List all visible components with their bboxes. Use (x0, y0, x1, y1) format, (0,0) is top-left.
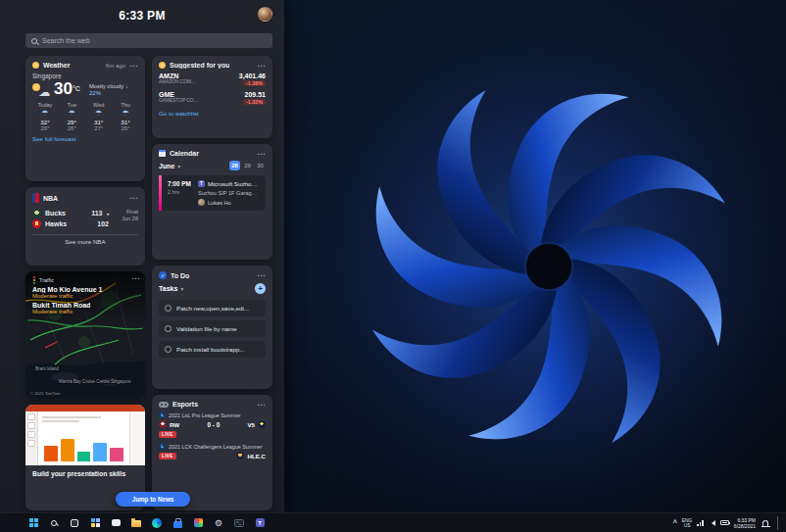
road-name: Bukit Timah Road (32, 302, 138, 309)
weather-widget[interactable]: Weather 6m ago ⋯ Singapore ☁ 30°C Mostly… (25, 56, 145, 181)
rain-icon: ☂ (113, 109, 138, 118)
task-list-selector[interactable]: Tasks (159, 285, 177, 292)
see-full-forecast-link[interactable]: See full forecast (32, 135, 138, 142)
tips-thumbnail (25, 405, 145, 465)
traffic-light-icon (32, 276, 36, 284)
stocks-title: Suggested for you (170, 62, 229, 69)
current-temp: 30°C (54, 81, 80, 97)
search-input[interactable] (42, 37, 267, 44)
league-icon: L (159, 411, 166, 418)
taskbar-search-button[interactable] (46, 515, 62, 531)
see-more-nba-link[interactable]: See more NBA (32, 238, 138, 245)
start-button[interactable] (25, 515, 41, 531)
more-options-icon[interactable]: ⋯ (129, 63, 138, 69)
calendar-day-selected[interactable]: 28 (229, 161, 240, 170)
task-item[interactable]: Patch install bootstrapp... (159, 341, 266, 358)
terminal-button[interactable]: >_ (231, 515, 247, 531)
photos-button[interactable] (190, 515, 206, 531)
more-options-icon[interactable]: ⋯ (129, 195, 138, 201)
task-radio[interactable] (165, 346, 172, 353)
slide-canvas (38, 411, 129, 465)
forecast-day: Tue ☂ 29° 26° (59, 102, 84, 131)
live-badge: LIVE (159, 431, 176, 438)
todo-title: To Do (171, 272, 189, 279)
event-location: Suzhou SIP 1F Garage (Bui... (198, 190, 260, 196)
road-name: Ang Mo Kio Avenue 1 (32, 286, 138, 293)
more-options-icon[interactable]: ⋯ (257, 151, 266, 157)
task-radio[interactable] (165, 325, 172, 332)
stock-row[interactable]: AMZN AMAZON.COM... 3,401.46 -1.38% (159, 73, 266, 86)
map-label: Marina Bay Cruise Centre Singapore (59, 379, 131, 384)
calendar-widget[interactable]: Calendar ⋯ June ▾ 28 29 30 (152, 144, 272, 260)
league-row: L 2021 LCK Challengers League Summer (159, 443, 266, 450)
chat-button[interactable] (108, 515, 123, 531)
jump-to-news-button[interactable]: Jump to News (116, 492, 190, 507)
task-view-button[interactable] (67, 515, 82, 531)
notifications-bell-icon[interactable] (762, 520, 768, 526)
tray-overflow-button[interactable]: ^ (673, 519, 677, 526)
nba-logo-icon (32, 193, 39, 203)
traffic-widget[interactable]: ⋯ Traffic Ang Mo Kio Avenue 1 Moderate t… (25, 271, 145, 399)
tips-title: Build your presentation skills (32, 470, 138, 477)
nba-widget[interactable]: NBA ⋯ Bucks 113 ◂ (25, 187, 145, 266)
edge-button[interactable] (149, 515, 165, 531)
road-status: Moderate traffic (32, 309, 138, 314)
search-icon (31, 38, 37, 44)
store-bag-icon (173, 521, 182, 528)
more-options-icon[interactable]: ⋯ (257, 402, 266, 408)
volume-icon[interactable] (709, 520, 715, 526)
search-bar[interactable] (25, 33, 272, 48)
stock-row[interactable]: GME GAMESTOP CO... 209.51 -1.32% (159, 91, 266, 105)
calendar-event[interactable]: 7:00 PM 2 hrs T Microsoft Suzhou Toa... … (159, 175, 266, 211)
todo-widget[interactable]: ✓ To Do ⋯ Tasks ▾ + Patch new,open,save,… (152, 266, 272, 389)
rain-icon: ☂ (86, 109, 112, 118)
user-avatar[interactable] (258, 7, 272, 22)
forecast-row: Today ☂ 32° 26° Tue ☂ 29° 26° Wed (32, 102, 138, 131)
desktop: 6:33 PM Weather 6m ago ⋯ Singapore (0, 0, 786, 532)
teams-button[interactable]: T (252, 515, 268, 531)
network-icon[interactable] (697, 519, 704, 526)
gear-icon: ⚙ (215, 518, 222, 528)
esports-title: Esports (172, 401, 198, 408)
tray-clock[interactable]: 6:33 PM 6/28/2021 (734, 517, 756, 529)
task-item[interactable]: Patch new,open,save,edi... (159, 300, 266, 316)
windows-logo-icon (29, 518, 38, 527)
todo-check-icon: ✓ (159, 271, 167, 279)
widgets-grid: Weather 6m ago ⋯ Singapore ☁ 30°C Mostly… (25, 56, 272, 510)
match-row[interactable]: RW 0 - 0 V5 (159, 420, 266, 428)
live-badge: LIVE (159, 453, 176, 459)
go-to-watchlist-link[interactable]: Go to watchlist (159, 110, 266, 117)
store-button[interactable] (170, 515, 185, 531)
task-item[interactable]: Validation file by name (159, 320, 266, 337)
weather-sun-icon (32, 62, 39, 69)
weather-title: Weather (43, 62, 71, 69)
chevron-down-icon: ▾ (180, 285, 183, 292)
more-options-icon[interactable]: ⋯ (131, 275, 140, 281)
match-row[interactable]: LIVE HLE.C (159, 452, 266, 459)
show-desktop-button[interactable] (777, 516, 780, 530)
nba-title: NBA (43, 195, 58, 202)
calendar-icon (159, 150, 166, 157)
language-indicator[interactable]: ENG US (682, 518, 692, 528)
add-task-button[interactable]: + (255, 283, 266, 294)
attendee-name: Lukas Ho (208, 200, 231, 206)
more-options-icon[interactable]: ⋯ (257, 272, 266, 278)
taskbar: ⚙ >_ T ^ ENG US 6:33 PM 6/28/2021 (0, 512, 786, 532)
slide-thumbnails (25, 411, 38, 465)
file-explorer-button[interactable] (128, 515, 144, 531)
battery-icon[interactable] (720, 520, 729, 525)
more-options-icon[interactable]: ⋯ (257, 63, 266, 69)
settings-button[interactable]: ⚙ (211, 515, 226, 531)
league-row: L 2021 LoL Pro League Summer (159, 411, 266, 418)
calendar-day[interactable]: 29 (242, 161, 253, 170)
task-view-icon (71, 519, 78, 527)
system-tray: ^ ENG US 6:33 PM 6/28/2021 (673, 516, 780, 530)
widgets-button[interactable] (87, 515, 103, 531)
calendar-month[interactable]: June (159, 163, 174, 169)
task-radio[interactable] (165, 305, 172, 312)
chat-icon (112, 519, 121, 526)
stocks-widget[interactable]: Suggested for you ⋯ AMZN AMAZON.COM... 3… (152, 56, 272, 138)
calendar-day[interactable]: 30 (255, 161, 266, 170)
teams-icon: T (256, 518, 265, 527)
rain-icon: ☂ (59, 109, 84, 118)
